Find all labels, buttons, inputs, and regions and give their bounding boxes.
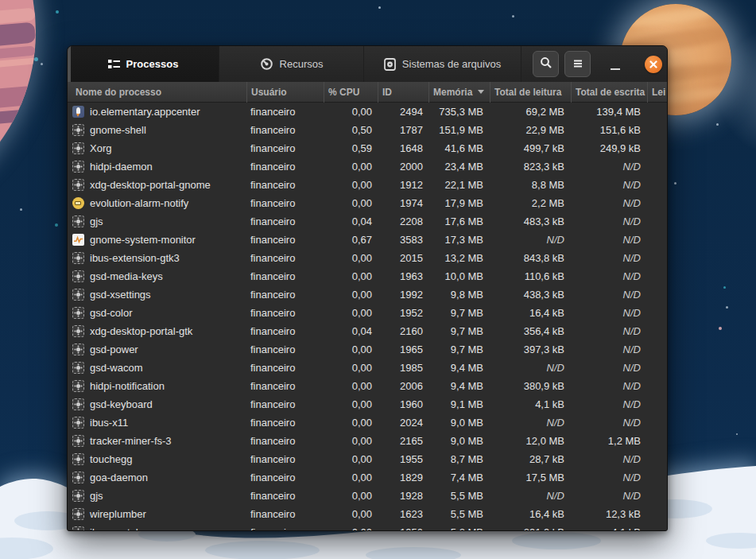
process-write-cell: N/D — [571, 362, 647, 374]
tab-resources[interactable]: Recursos — [219, 46, 364, 82]
desktop: Processos Recursos — [0, 0, 756, 559]
process-write-cell: N/D — [571, 325, 647, 337]
process-name-cell: gsd-keyboard — [68, 398, 246, 410]
process-generic-icon — [72, 215, 84, 227]
process-id-cell: 1965 — [378, 344, 428, 355]
table-row[interactable]: gjsfinanceiro0,0019285,5 MBN/DN/D — [68, 487, 667, 505]
process-cpu-cell: 0,00 — [324, 508, 378, 520]
process-generic-icon — [72, 270, 84, 282]
table-row[interactable]: gsd-powerfinanceiro0,0019659,7 MB397,3 k… — [68, 340, 667, 359]
star — [736, 433, 738, 435]
table-row[interactable]: toucheggfinanceiro0,0019558,7 MB28,7 kBN… — [68, 450, 667, 468]
table-row[interactable]: gsd-xsettingsfinanceiro0,0019929,8 MB438… — [68, 285, 667, 304]
process-cpu-cell: 0,00 — [324, 289, 378, 301]
process-user-cell: financeiro — [246, 398, 324, 410]
column-header-write[interactable]: Total de escrita — [571, 82, 647, 103]
process-name: gsd-media-keys — [90, 270, 163, 282]
process-write-cell: 4,1 kB — [571, 526, 647, 531]
process-id-cell: 2024 — [378, 417, 428, 429]
table-row[interactable]: gnome-shellfinanceiro0,501787151,9 MB22,… — [68, 121, 667, 139]
menu-button[interactable] — [564, 51, 591, 77]
table-row[interactable]: ibus-extension-gtk3financeiro0,00201513,… — [68, 249, 667, 267]
process-memory-cell: 9,7 MB — [428, 344, 490, 355]
column-header-read-rate[interactable]: Lei — [647, 82, 667, 103]
table-row[interactable]: xdg-desktop-portal-gtkfinanceiro0,042160… — [68, 322, 667, 340]
table-row[interactable]: io.elementary.appcenterfinanceiro0,00249… — [68, 103, 667, 121]
process-name-cell: xdg-desktop-portal-gtk — [68, 325, 246, 337]
process-memory-cell: 9,0 MB — [428, 435, 490, 447]
table-row[interactable]: tracker-miner-fs-3financeiro0,0021659,0 … — [68, 432, 667, 450]
process-user-cell: financeiro — [246, 197, 324, 209]
process-generic-icon — [72, 472, 84, 483]
minimize-button[interactable] — [610, 51, 621, 77]
process-write-cell: N/D — [571, 215, 647, 227]
planet-band — [0, 46, 36, 88]
process-memory-cell: 13,2 MB — [428, 252, 490, 264]
column-header-read[interactable]: Total de leitura — [490, 82, 571, 103]
process-name-cell: xdg-desktop-portal-gnome — [68, 179, 246, 191]
table-row[interactable]: hidpi-daemonfinanceiro0,00200023,4 MB823… — [68, 157, 667, 176]
process-write-cell: N/D — [571, 344, 647, 355]
process-write-cell: N/D — [571, 179, 647, 191]
table-row[interactable]: ibus-portalfinanceiro0,0019505,2 MB291,9… — [68, 523, 667, 531]
process-read-cell: 16,4 kB — [490, 307, 571, 319]
process-name-cell: gjs — [68, 490, 246, 502]
process-write-cell: N/D — [571, 289, 647, 301]
tab-processes[interactable]: Processos — [68, 46, 219, 82]
system-monitor-waveform-icon — [72, 234, 84, 246]
process-name-cell: io.elementary.appcenter — [68, 106, 246, 118]
search-icon — [540, 56, 552, 72]
process-cpu-cell: 0,00 — [324, 380, 378, 392]
process-read-cell: N/D — [490, 362, 571, 374]
tab-label: Recursos — [280, 58, 324, 70]
process-name-cell: ibus-portal — [68, 526, 246, 531]
process-generic-icon — [72, 325, 84, 337]
process-id-cell: 1787 — [378, 124, 428, 136]
table-row[interactable]: gsd-colorfinanceiro0,0019529,7 MB16,4 kB… — [68, 304, 667, 322]
sort-desc-icon — [478, 90, 484, 94]
star — [378, 6, 381, 9]
filesystems-icon — [384, 58, 396, 71]
table-row[interactable]: hidpi-notificationfinanceiro0,0020069,4 … — [68, 377, 667, 395]
table-row[interactable]: gsd-keyboardfinanceiro0,0019609,1 MB4,1 … — [68, 395, 667, 413]
column-header-cpu[interactable]: % CPU — [324, 82, 378, 103]
table-row[interactable]: Xorgfinanceiro0,59164841,6 MB499,7 kB249… — [68, 139, 667, 157]
table-row[interactable]: gsd-media-keysfinanceiro0,00196310,0 MB1… — [68, 267, 667, 285]
process-user-cell: financeiro — [246, 270, 324, 282]
process-generic-icon — [72, 289, 84, 301]
process-id-cell: 1912 — [378, 179, 428, 191]
process-user-cell: financeiro — [246, 161, 324, 173]
column-header-memory[interactable]: Memória — [428, 82, 490, 103]
process-memory-cell: 5,5 MB — [428, 508, 490, 520]
star — [726, 306, 728, 309]
process-name-cell: ibus-x11 — [68, 417, 246, 429]
process-memory-cell: 7,4 MB — [428, 472, 490, 483]
table-row[interactable]: goa-daemonfinanceiro0,0018297,4 MB17,5 M… — [68, 468, 667, 487]
tab-filesystems[interactable]: Sistemas de arquivos — [364, 46, 521, 82]
close-button[interactable] — [645, 56, 662, 73]
table-row[interactable]: xdg-desktop-portal-gnomefinanceiro0,0019… — [68, 176, 667, 194]
process-name: gsd-xsettings — [90, 289, 151, 301]
process-user-cell: financeiro — [246, 179, 324, 191]
process-name-cell: wireplumber — [68, 508, 246, 520]
table-row[interactable]: gjsfinanceiro0,04220817,6 MB483,3 kBN/D — [68, 212, 667, 231]
column-header-id[interactable]: ID — [378, 82, 428, 103]
table-row[interactable]: gnome-system-monitorfinanceiro0,67358317… — [68, 231, 667, 249]
table-row[interactable]: wireplumberfinanceiro0,0016235,5 MB16,4 … — [68, 505, 667, 523]
column-header-user[interactable]: Usuário — [246, 82, 324, 103]
process-read-cell: 291,9 kB — [490, 526, 571, 531]
process-read-cell: 22,9 MB — [490, 124, 571, 136]
system-monitor-window: Processos Recursos — [67, 45, 668, 531]
process-read-cell: 17,5 MB — [490, 472, 571, 483]
process-generic-icon — [72, 161, 84, 173]
process-user-cell: financeiro — [246, 508, 324, 520]
column-header-name[interactable]: Nome do processo — [68, 82, 246, 103]
table-row[interactable]: gsd-wacomfinanceiro0,0019859,4 MBN/DN/D — [68, 359, 667, 377]
table-row[interactable]: ibus-x11financeiro0,0020249,0 MBN/DN/D — [68, 413, 667, 432]
process-read-cell: 2,2 MB — [490, 197, 571, 209]
process-read-cell: 28,7 kB — [490, 453, 571, 465]
search-button[interactable] — [533, 51, 559, 77]
table-row[interactable]: evolution-alarm-notifyfinanceiro0,001974… — [68, 194, 667, 212]
process-user-cell: financeiro — [246, 252, 324, 264]
process-id-cell: 1952 — [378, 307, 428, 319]
